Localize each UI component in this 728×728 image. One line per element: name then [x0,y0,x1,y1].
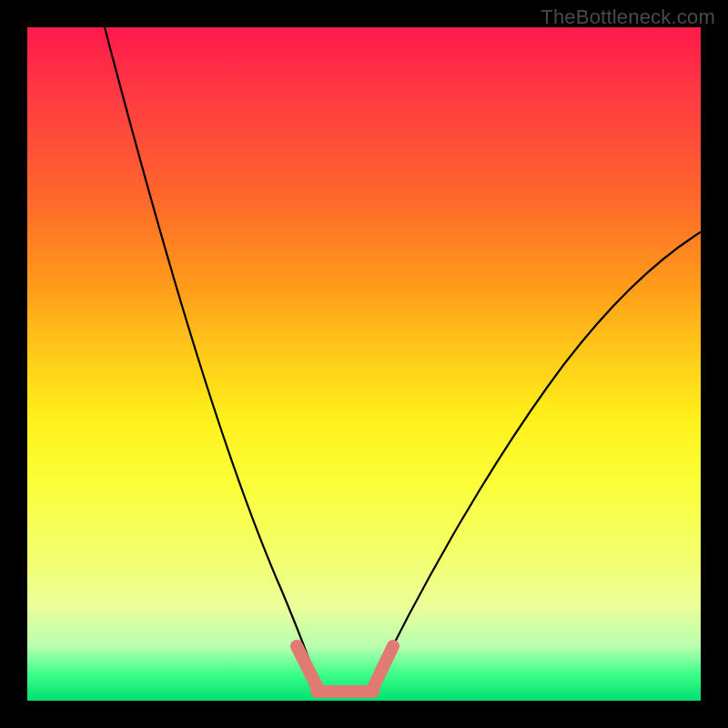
right-curve [371,232,701,690]
left-curve [105,27,318,687]
chart-svg [27,27,701,701]
outer-frame: TheBottleneck.com [0,0,728,728]
watermark-text: TheBottleneck.com [541,5,715,29]
marker-left-segment [297,646,318,690]
plot-area [27,27,701,701]
marker-right-segment [371,646,393,692]
